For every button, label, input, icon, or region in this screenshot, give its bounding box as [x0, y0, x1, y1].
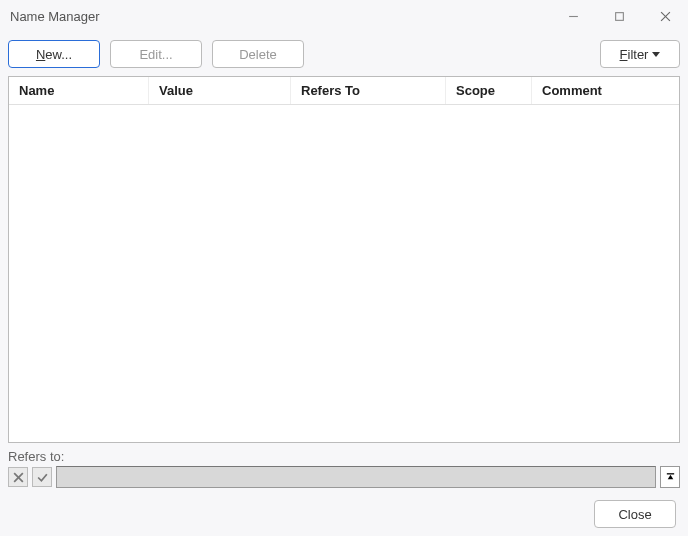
close-window-button[interactable] — [642, 0, 688, 32]
edit-button-label: Edit... — [139, 47, 172, 62]
column-header-name[interactable]: Name — [9, 77, 149, 104]
svg-rect-1 — [615, 12, 623, 20]
cancel-edit-button[interactable] — [8, 467, 28, 487]
name-manager-dialog: Name Manager New... Edit... — [0, 0, 688, 536]
delete-button[interactable]: Delete — [212, 40, 304, 68]
window-title: Name Manager — [10, 9, 100, 24]
column-header-comment[interactable]: Comment — [532, 77, 679, 104]
window-controls — [550, 0, 688, 32]
column-header-value[interactable]: Value — [149, 77, 291, 104]
close-button[interactable]: Close — [594, 500, 676, 528]
table-body[interactable] — [9, 105, 679, 442]
x-icon — [12, 471, 25, 484]
titlebar: Name Manager — [0, 0, 688, 32]
minimize-button[interactable] — [550, 0, 596, 32]
svg-marker-7 — [667, 474, 673, 479]
dialog-content: New... Edit... Delete Filter Name Value … — [0, 32, 688, 536]
edit-button[interactable]: Edit... — [110, 40, 202, 68]
confirm-edit-button[interactable] — [32, 467, 52, 487]
dialog-footer: Close — [8, 500, 680, 528]
maximize-icon — [614, 11, 625, 22]
toolbar-left: New... Edit... Delete — [8, 40, 304, 68]
delete-button-label: Delete — [239, 47, 277, 62]
names-table: Name Value Refers To Scope Comment — [8, 76, 680, 443]
new-button[interactable]: New... — [8, 40, 100, 68]
collapse-dialog-button[interactable] — [660, 466, 680, 488]
collapse-icon — [665, 472, 676, 483]
table-header: Name Value Refers To Scope Comment — [9, 77, 679, 105]
toolbar: New... Edit... Delete Filter — [8, 40, 680, 68]
column-header-refers-to[interactable]: Refers To — [291, 77, 446, 104]
close-icon — [660, 11, 671, 22]
filter-button-label: Filter — [620, 47, 649, 62]
filter-button[interactable]: Filter — [600, 40, 680, 68]
new-button-label: New... — [36, 47, 72, 62]
minimize-icon — [568, 11, 579, 22]
caret-down-icon — [652, 52, 660, 57]
refers-to-label: Refers to: — [8, 449, 680, 464]
check-icon — [36, 471, 49, 484]
refers-to-row — [8, 466, 680, 488]
column-header-scope[interactable]: Scope — [446, 77, 532, 104]
refers-to-input[interactable] — [56, 466, 656, 488]
maximize-button[interactable] — [596, 0, 642, 32]
close-button-label: Close — [618, 507, 651, 522]
